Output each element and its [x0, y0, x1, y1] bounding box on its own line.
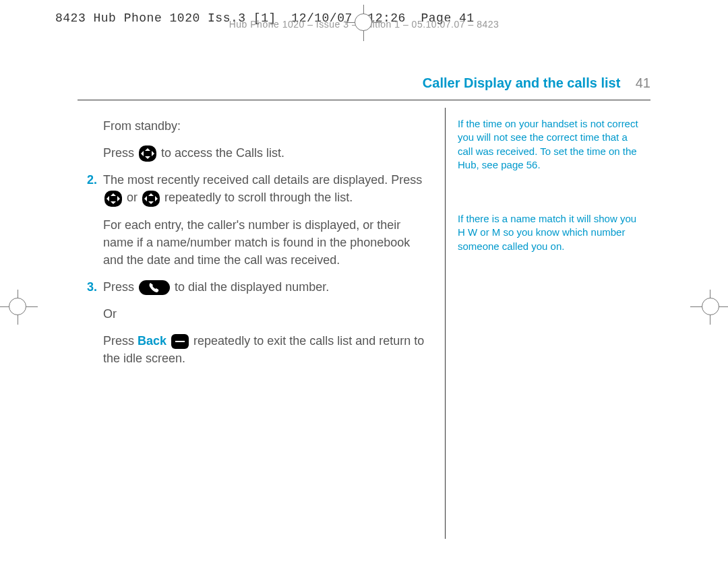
- back-key-icon: [171, 334, 189, 349]
- text: Press: [103, 280, 138, 294]
- page-number: 41: [636, 75, 650, 90]
- step-2: 2. The most recently received call detai…: [103, 171, 426, 206]
- text: Press: [103, 334, 138, 348]
- step-3: 3. Press to dial the displayed number.: [103, 278, 426, 296]
- side-note-name-match: If there is a name match it will show yo…: [458, 212, 643, 253]
- step-number-2: 2.: [87, 171, 97, 189]
- side-column: If the time on your handset is not corre…: [446, 108, 650, 548]
- text: repeatedly to scroll through the list.: [164, 191, 353, 204]
- nav-key-icon: [139, 145, 156, 162]
- section-title: Caller Display and the calls list: [423, 75, 620, 90]
- main-column: From standby: Press to access the Calls …: [78, 108, 445, 548]
- text: Press: [103, 146, 138, 160]
- back-label: Back: [138, 334, 166, 348]
- back-line: Press Back repeatedly to exit the calls …: [103, 332, 426, 367]
- step-1-line: Press to access the Calls list.: [103, 144, 426, 162]
- header-rule: [78, 100, 650, 100]
- or-line: Or: [103, 305, 426, 323]
- intro-line: From standby:: [103, 117, 426, 135]
- call-key-icon: [139, 280, 170, 295]
- content-area: From standby: Press to access the Calls …: [78, 108, 650, 548]
- step-number-3: 3.: [87, 278, 97, 296]
- text: to dial the displayed number.: [175, 280, 329, 294]
- page-header: Caller Display and the calls list 41: [423, 75, 650, 91]
- side-note-time: If the time on your handset is not corre…: [458, 117, 643, 172]
- nav-key-icon: [104, 191, 122, 207]
- text: to access the Calls list.: [161, 146, 284, 160]
- text: or: [127, 191, 141, 204]
- entry-description: For each entry, the caller's number is d…: [103, 216, 426, 269]
- text: The most recently received call details …: [103, 173, 422, 187]
- nav-key-icon: [142, 191, 160, 207]
